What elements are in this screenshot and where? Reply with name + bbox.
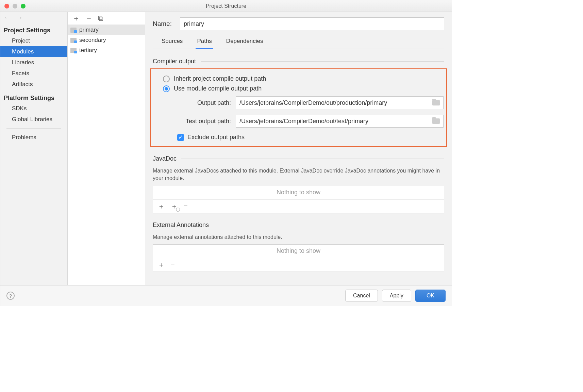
test-output-path-row: Test output path:: [153, 112, 444, 130]
radio-inherit-label: Inherit project compile output path: [174, 75, 266, 82]
javadoc-empty-text: Nothing to show: [153, 186, 444, 199]
module-label: tertiary: [79, 47, 97, 54]
add-module-icon[interactable]: ＋: [72, 15, 80, 22]
section-divider: [214, 225, 444, 225]
sidebar-item-libraries[interactable]: Libraries: [0, 57, 67, 68]
copy-module-icon[interactable]: ⧉: [98, 15, 103, 22]
output-path-label: Output path:: [163, 99, 231, 107]
test-output-path-input[interactable]: [236, 118, 429, 125]
section-divider: [181, 159, 444, 159]
module-tabs: Sources Paths Dependencies: [153, 30, 444, 49]
module-label: secondary: [79, 37, 106, 44]
annotations-list: Nothing to show ＋ −: [153, 244, 444, 272]
annotations-remove-icon[interactable]: −: [171, 260, 175, 270]
radio-use-module-row[interactable]: Use module compile output path: [153, 84, 444, 94]
tab-paths[interactable]: Paths: [196, 38, 213, 49]
ok-button[interactable]: OK: [415, 290, 446, 302]
sidebar-item-sdks[interactable]: SDKs: [0, 103, 67, 114]
annotations-title: External Annotations: [153, 222, 209, 229]
sidebar-divider: [6, 128, 61, 129]
module-item-secondary[interactable]: secondary: [68, 35, 145, 45]
external-annotations-section: External Annotations Manage external ann…: [145, 217, 452, 275]
compiler-output-title: Compiler output: [153, 58, 196, 65]
radio-inherit[interactable]: [163, 76, 170, 82]
sidebar-item-global-libraries[interactable]: Global Libraries: [0, 114, 67, 125]
output-path-field: [236, 96, 444, 109]
tab-dependencies[interactable]: Dependencies: [225, 38, 265, 49]
annotations-description: Manage external annotations attached to …: [153, 232, 444, 244]
javadoc-section: JavaDoc Manage external JavaDocs attache…: [145, 150, 452, 217]
module-item-primary[interactable]: primary: [68, 25, 145, 35]
body: ← → Project Settings Project Modules Lib…: [0, 12, 452, 285]
titlebar: Project Structure: [0, 0, 452, 12]
paths-scroll-area: Compiler output Inherit project compile …: [145, 49, 452, 285]
output-path-row: Output path:: [153, 94, 444, 112]
annotations-add-icon[interactable]: ＋: [158, 260, 165, 270]
module-detail-panel: Name: Sources Paths Dependencies Compile…: [145, 12, 452, 285]
radio-use-module[interactable]: [163, 85, 170, 92]
sidebar-item-modules[interactable]: Modules: [0, 46, 67, 57]
modules-toolbar: ＋ − ⧉: [68, 12, 145, 25]
javadoc-description: Manage external JavaDocs attached to thi…: [153, 166, 444, 186]
sidebar-item-problems[interactable]: Problems: [0, 132, 67, 143]
project-structure-window: Project Structure ← → Project Settings P…: [0, 0, 452, 306]
dialog-footer: ? Cancel Apply OK: [0, 285, 452, 306]
annotations-empty-text: Nothing to show: [153, 245, 444, 258]
remove-module-icon[interactable]: −: [87, 15, 91, 22]
section-divider: [201, 61, 444, 62]
compiler-highlight-box: Inherit project compile output path Use …: [150, 68, 447, 147]
platform-settings-header: Platform Settings: [0, 90, 67, 103]
module-label: primary: [79, 27, 99, 33]
javadoc-add-url-icon[interactable]: ＋: [171, 202, 178, 211]
help-icon[interactable]: ?: [6, 292, 15, 300]
module-name-input[interactable]: [180, 17, 444, 30]
javadoc-add-icon[interactable]: ＋: [158, 202, 165, 211]
project-settings-header: Project Settings: [0, 22, 67, 35]
radio-inherit-row[interactable]: Inherit project compile output path: [153, 74, 444, 84]
module-icon: [70, 48, 77, 53]
annotations-toolbar: ＋ −: [153, 258, 444, 272]
exclude-paths-row[interactable]: ✓ Exclude output paths: [153, 130, 444, 142]
browse-folder-icon[interactable]: [432, 118, 440, 124]
module-icon: [70, 38, 77, 43]
window-title: Project Structure: [0, 3, 452, 9]
sidebar-item-facets[interactable]: Facets: [0, 68, 67, 79]
test-output-path-label: Test output path:: [163, 118, 231, 125]
cancel-button[interactable]: Cancel: [345, 290, 378, 302]
tab-sources[interactable]: Sources: [160, 38, 184, 49]
main-header: Name: Sources Paths Dependencies: [145, 12, 452, 49]
browse-folder-icon[interactable]: [432, 100, 440, 105]
settings-sidebar: ← → Project Settings Project Modules Lib…: [0, 12, 68, 285]
sidebar-item-project[interactable]: Project: [0, 35, 67, 46]
modules-column: ＋ − ⧉ primary secondary tertiary: [68, 12, 145, 285]
nav-arrows: ← →: [0, 12, 67, 22]
javadoc-title: JavaDoc: [153, 155, 177, 162]
module-icon: [70, 28, 77, 33]
compiler-output-section: Compiler output Inherit project compile …: [145, 53, 452, 150]
output-path-input[interactable]: [236, 99, 429, 107]
javadoc-toolbar: ＋ ＋ −: [153, 199, 444, 213]
module-item-tertiary[interactable]: tertiary: [68, 45, 145, 55]
forward-arrow-icon[interactable]: →: [16, 14, 23, 22]
apply-button[interactable]: Apply: [382, 290, 411, 302]
javadoc-list: Nothing to show ＋ ＋ −: [153, 186, 444, 213]
exclude-paths-label: Exclude output paths: [187, 134, 245, 141]
exclude-paths-checkbox[interactable]: ✓: [177, 134, 184, 141]
test-output-path-field: [236, 115, 444, 128]
name-label: Name:: [153, 20, 174, 28]
javadoc-remove-icon[interactable]: −: [184, 202, 188, 211]
sidebar-item-artifacts[interactable]: Artifacts: [0, 79, 67, 90]
back-arrow-icon[interactable]: ←: [4, 14, 11, 22]
radio-use-module-label: Use module compile output path: [174, 85, 262, 92]
